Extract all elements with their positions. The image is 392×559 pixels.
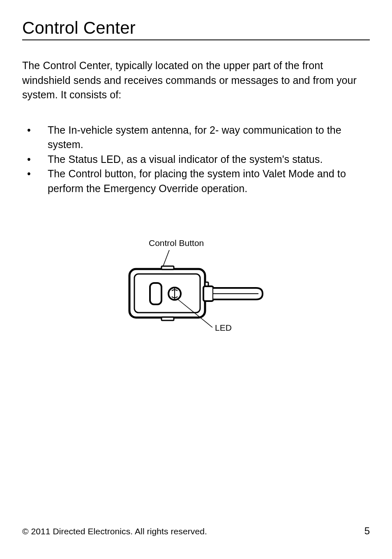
list-item: The Status LED, as a visual indicator of… [22, 152, 370, 167]
title-underline [22, 39, 370, 40]
svg-rect-4 [161, 317, 174, 320]
page-footer: © 2011 Directed Electronics. All rights … [22, 525, 370, 537]
footer-copyright: © 2011 Directed Electronics. All rights … [22, 527, 207, 536]
svg-rect-8 [203, 286, 213, 301]
document-page: Control Center The Control Center, typic… [0, 0, 392, 559]
list-item: The In-vehicle system antenna, for 2- wa… [22, 123, 370, 152]
bullet-list: The In-vehicle system antenna, for 2- wa… [22, 123, 370, 196]
svg-rect-2 [134, 274, 200, 313]
control-center-figure: Control Button [22, 237, 370, 346]
svg-rect-6 [150, 283, 161, 304]
figure-label-led: LED [215, 323, 232, 332]
page-title: Control Center [22, 19, 370, 37]
figure-label-control-button: Control Button [149, 238, 204, 248]
control-center-device-icon [129, 266, 263, 320]
svg-rect-3 [161, 266, 174, 269]
list-item: The Control button, for placing the syst… [22, 167, 370, 196]
intro-paragraph: The Control Center, typically located on… [22, 58, 370, 102]
footer-page-number: 5 [364, 525, 370, 537]
